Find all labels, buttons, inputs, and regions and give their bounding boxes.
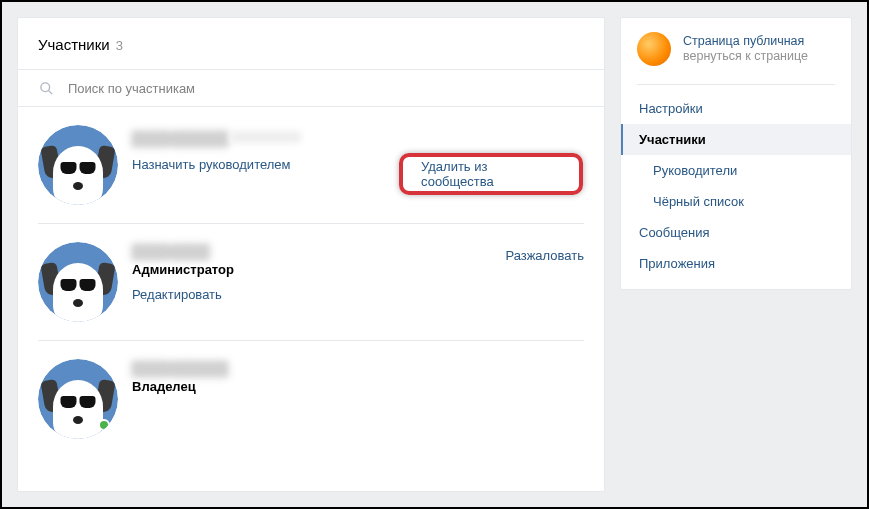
community-title[interactable]: Страница публичная [683, 34, 808, 49]
members-panel: Участники 3 ████ ██████ Н [17, 17, 605, 492]
member-role: Владелец [132, 379, 584, 394]
member-role: Администратор [132, 262, 505, 277]
assign-manager-link[interactable]: Назначить руководителем [132, 157, 291, 172]
online-indicator-icon [98, 419, 110, 431]
search-input[interactable] [68, 81, 584, 96]
sidebar-item-members[interactable]: Участники [621, 124, 851, 155]
svg-line-1 [48, 90, 52, 94]
member-row: ████ ██████ Владелец [38, 341, 584, 457]
demote-link[interactable]: Разжаловать [505, 248, 584, 263]
member-name[interactable]: ████ ████ [132, 244, 209, 260]
sidebar-item-messages[interactable]: Сообщения [621, 217, 851, 248]
community-header[interactable]: Страница публичная вернуться к странице [621, 18, 851, 80]
sidebar-item-managers[interactable]: Руководители [621, 155, 851, 186]
avatar[interactable] [38, 242, 118, 322]
remove-from-community-link[interactable]: Удалить из сообщества [399, 153, 583, 195]
divider [637, 84, 835, 85]
page-title: Участники [38, 36, 110, 53]
member-subtext [231, 131, 301, 143]
svg-point-0 [40, 82, 49, 91]
search-row[interactable] [18, 69, 604, 107]
member-name[interactable]: ████ ██████ [132, 131, 228, 147]
members-count: 3 [116, 38, 123, 53]
return-link[interactable]: вернуться к странице [683, 49, 808, 64]
sidebar-item-settings[interactable]: Настройки [621, 93, 851, 124]
sidebar-item-apps[interactable]: Приложения [621, 248, 851, 279]
remove-link-label: Удалить из сообщества [421, 159, 561, 189]
member-name[interactable]: ████ ██████ [132, 361, 228, 377]
community-avatar-icon [637, 32, 671, 66]
panel-header: Участники 3 [18, 18, 604, 69]
sidebar: Страница публичная вернуться к странице … [620, 17, 852, 290]
avatar[interactable] [38, 359, 118, 439]
member-row: ████ ████ Администратор Редактировать Ра… [38, 224, 584, 341]
search-icon [38, 80, 54, 96]
avatar[interactable] [38, 125, 118, 205]
sidebar-item-blacklist[interactable]: Чёрный список [621, 186, 851, 217]
edit-link[interactable]: Редактировать [132, 287, 222, 302]
